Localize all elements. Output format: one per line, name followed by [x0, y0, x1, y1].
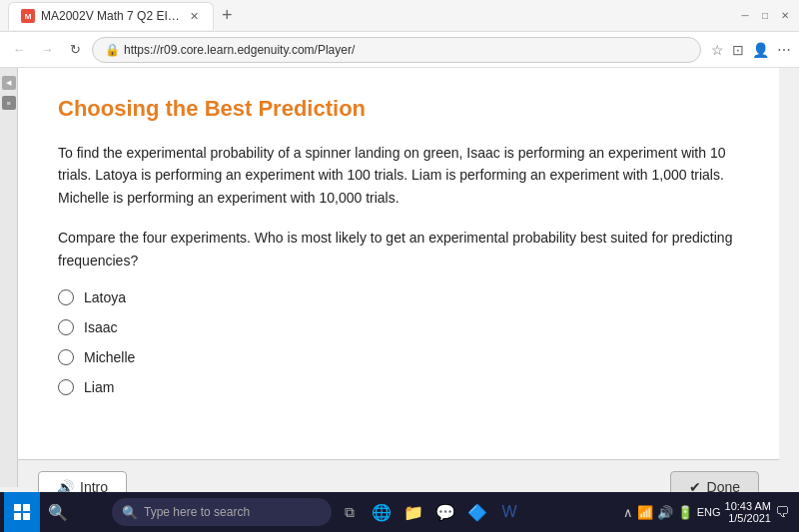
- windows-logo-icon: [14, 504, 30, 520]
- taskbar: 🔍 🔍 Type here to search ⧉ 🌐 📁 💬 🔷 W ∧ 📶 …: [0, 492, 799, 532]
- svg-rect-2: [14, 513, 21, 520]
- option-label-opt-liam: Liam: [84, 379, 114, 395]
- taskbar-clock[interactable]: 10:43 AM 1/5/2021: [725, 500, 771, 524]
- question-title: Choosing the Best Prediction: [58, 96, 739, 122]
- teams-icon[interactable]: 💬: [431, 498, 459, 526]
- language-icon[interactable]: ENG: [697, 506, 721, 518]
- tab-favicon: M: [21, 9, 35, 23]
- tray-icons-expand[interactable]: ∧: [623, 505, 633, 520]
- sidebar-strip-button-2[interactable]: ≡: [2, 96, 16, 110]
- content-area: Choosing the Best Prediction To find the…: [18, 68, 779, 487]
- tab-title: MA2002V Math 7 Q2 EIAMS - E...: [41, 9, 181, 23]
- question-card: Choosing the Best Prediction To find the…: [18, 68, 779, 429]
- radio-opt-latoya[interactable]: [58, 289, 74, 305]
- refresh-button[interactable]: ↻: [64, 39, 86, 61]
- address-input[interactable]: 🔒 https://r09.core.learn.edgenuity.com/P…: [92, 37, 701, 63]
- back-button[interactable]: ←: [8, 39, 30, 61]
- volume-icon[interactable]: 🔊: [657, 505, 673, 520]
- radio-opt-michelle[interactable]: [58, 349, 74, 365]
- sidebar-strip-button-1[interactable]: ◀: [2, 76, 16, 90]
- radio-opt-liam[interactable]: [58, 379, 74, 395]
- battery-icon[interactable]: 🔋: [677, 505, 693, 520]
- svg-rect-3: [23, 513, 30, 520]
- menu-icon[interactable]: ⋯: [777, 42, 791, 58]
- start-button[interactable]: [4, 492, 40, 532]
- options-list: LatoyaIsaacMichelleLiam: [58, 289, 739, 395]
- option-item-opt-liam[interactable]: Liam: [58, 379, 739, 395]
- network-icon[interactable]: 📶: [637, 505, 653, 520]
- svg-rect-0: [14, 504, 21, 511]
- system-tray-icons: ∧ 📶 🔊 🔋 ENG: [623, 505, 721, 520]
- edge2-icon[interactable]: 🔷: [463, 498, 491, 526]
- maximize-button[interactable]: □: [759, 10, 771, 22]
- bookmark-icon[interactable]: ⊡: [732, 42, 744, 58]
- browser-titlebar: M MA2002V Math 7 Q2 EIAMS - E... ✕ + ─ □…: [0, 0, 799, 32]
- address-bar: ← → ↻ 🔒 https://r09.core.learn.edgenuity…: [0, 32, 799, 68]
- taskbar-date: 1/5/2021: [725, 512, 771, 524]
- problem-text: To find the experimental probability of …: [58, 142, 739, 209]
- radio-opt-isaac[interactable]: [58, 319, 74, 335]
- option-label-opt-latoya: Latoya: [84, 289, 126, 305]
- tab-close-button[interactable]: ✕: [187, 9, 201, 23]
- svg-rect-1: [23, 504, 30, 511]
- star-icon[interactable]: ☆: [711, 42, 724, 58]
- taskbar-right-area: ∧ 📶 🔊 🔋 ENG 10:43 AM 1/5/2021 🗨: [623, 500, 795, 524]
- left-sidebar-strip: ◀ ≡: [0, 68, 18, 487]
- browser-action-icons: ☆ ⊡ 👤 ⋯: [711, 42, 791, 58]
- taskbar-search-box[interactable]: 🔍 Type here to search: [112, 498, 332, 526]
- taskbar-time: 10:43 AM: [725, 500, 771, 512]
- option-item-opt-isaac[interactable]: Isaac: [58, 319, 739, 335]
- minimize-button[interactable]: ─: [739, 10, 751, 22]
- edge-taskbar-icon[interactable]: 🌐: [368, 498, 396, 526]
- window-controls: ─ □ ✕: [739, 10, 791, 22]
- search-icon-taskbar[interactable]: 🔍: [44, 498, 72, 526]
- option-label-opt-michelle: Michelle: [84, 349, 135, 365]
- tab-bar: M MA2002V Math 7 Q2 EIAMS - E... ✕ +: [8, 2, 237, 30]
- notification-icon[interactable]: 🗨: [775, 504, 789, 520]
- address-text: https://r09.core.learn.edgenuity.com/Pla…: [124, 43, 355, 57]
- task-view-button[interactable]: ⧉: [336, 498, 364, 526]
- forward-button[interactable]: →: [36, 39, 58, 61]
- question-prompt: Compare the four experiments. Who is mos…: [58, 227, 739, 271]
- taskbar-search-icon: 🔍: [122, 505, 138, 520]
- taskbar-search-placeholder: Type here to search: [144, 505, 250, 519]
- profile-icon[interactable]: 👤: [752, 42, 769, 58]
- close-button[interactable]: ✕: [779, 10, 791, 22]
- active-tab[interactable]: M MA2002V Math 7 Q2 EIAMS - E... ✕: [8, 2, 214, 30]
- option-item-opt-latoya[interactable]: Latoya: [58, 289, 739, 305]
- option-label-opt-isaac: Isaac: [84, 319, 117, 335]
- new-tab-button[interactable]: +: [218, 5, 237, 26]
- word-icon[interactable]: W: [495, 498, 523, 526]
- file-explorer-icon[interactable]: 📁: [400, 498, 427, 526]
- option-item-opt-michelle[interactable]: Michelle: [58, 349, 739, 365]
